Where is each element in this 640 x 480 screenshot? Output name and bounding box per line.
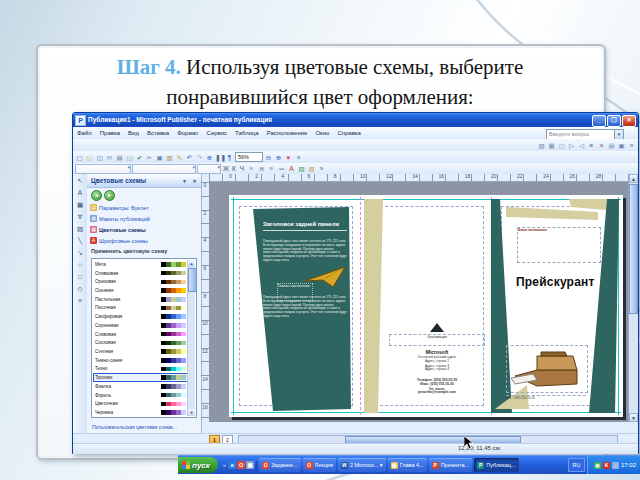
menu-item[interactable]: Расположение bbox=[263, 130, 312, 136]
toolbar-icon[interactable]: ▤ bbox=[607, 141, 616, 150]
toolbar-icon[interactable]: ↶ bbox=[185, 153, 194, 162]
menu-item[interactable]: Таблица bbox=[231, 130, 263, 136]
taskpane-link[interactable]: ▩ Цветовые схемы bbox=[90, 224, 198, 235]
object-tool-icon[interactable]: ▦ bbox=[75, 200, 86, 210]
scroll-down-icon[interactable]: ▼ bbox=[188, 409, 195, 416]
toolbar-icon[interactable]: ✕ bbox=[597, 141, 606, 150]
toolbar-icon[interactable]: ≡ bbox=[247, 164, 256, 173]
taskpane-link[interactable]: ▦ Макеты публикаций bbox=[90, 213, 198, 224]
toolbar-icon[interactable]: ❚❚ bbox=[215, 153, 224, 162]
taskpane-link[interactable]: А Шрифтовые схемы bbox=[90, 235, 198, 246]
object-tool-icon[interactable]: A bbox=[75, 188, 86, 198]
scrollbar-thumb[interactable] bbox=[188, 268, 197, 292]
start-button[interactable]: пуск bbox=[178, 457, 218, 473]
toolbar-icon[interactable]: ⊕ bbox=[274, 153, 283, 162]
color-scheme-row[interactable]: Цветочная bbox=[93, 400, 188, 409]
maximize-button[interactable]: ❐ bbox=[607, 115, 621, 127]
color-scheme-row[interactable]: Песочная bbox=[93, 304, 188, 313]
scroll-up-icon[interactable]: ▲ bbox=[188, 260, 195, 267]
color-scheme-row[interactable]: Мята bbox=[93, 260, 188, 269]
close-button[interactable]: ✕ bbox=[622, 115, 636, 127]
object-tool-icon[interactable]: ▨ bbox=[75, 224, 86, 234]
toolbar-icon[interactable]: ⊖ bbox=[264, 153, 273, 162]
toolbar-icon[interactable]: ▨ bbox=[297, 164, 306, 173]
color-scheme-row[interactable]: Пастельная bbox=[93, 295, 188, 304]
overflow-chevron-icon[interactable]: » bbox=[222, 462, 227, 468]
phone-block[interactable]: Телефон: (555) 555-55-55Факс: (555) 555-… bbox=[389, 378, 485, 396]
color-scheme-row[interactable]: Черника bbox=[93, 408, 188, 416]
taskbar-button[interactable]: W 2 Microso... ▾ bbox=[338, 458, 386, 472]
toolbar-icon[interactable]: ▧ bbox=[307, 164, 316, 173]
quick-launch-icon[interactable]: e bbox=[228, 461, 236, 469]
front-tel-box[interactable]: Тел.: (555) 555-55-55 bbox=[506, 395, 586, 408]
color-scheme-row[interactable]: Фиалка bbox=[93, 382, 188, 391]
chevron-down-icon[interactable]: ▾ bbox=[614, 130, 623, 139]
menu-item[interactable]: Сервис bbox=[203, 130, 232, 136]
toolbar-icon[interactable]: ≡ bbox=[267, 164, 276, 173]
taskbar-button[interactable]: P Презента... bbox=[429, 458, 473, 472]
taskbar-button[interactable]: O Лекция bbox=[303, 458, 336, 472]
font-size-combobox[interactable] bbox=[197, 164, 221, 174]
toolbar-icon[interactable]: ◲ bbox=[125, 153, 134, 162]
toolbar-icon[interactable]: ⊕ bbox=[205, 153, 214, 162]
paper-airplane-image[interactable] bbox=[305, 267, 347, 289]
toolbar-icon[interactable]: » bbox=[294, 153, 303, 162]
color-scheme-row[interactable]: Сапфировая bbox=[93, 312, 188, 321]
object-tool-icon[interactable]: □ bbox=[75, 272, 86, 282]
front-panel-title[interactable]: Прейскурант bbox=[516, 275, 612, 289]
toolbar-icon[interactable]: ↷ bbox=[195, 153, 204, 162]
taskbar-button[interactable]: O Задание... bbox=[259, 458, 300, 472]
object-tool-icon[interactable]: ↖ bbox=[75, 176, 86, 186]
window-titlebar[interactable]: P Публикация1 - Microsoft Publisher - пе… bbox=[73, 113, 638, 127]
tray-icon[interactable]: ◍ bbox=[594, 462, 601, 469]
color-scheme-row[interactable]: Степная bbox=[93, 347, 188, 356]
toolbar-icon[interactable]: ◱ bbox=[85, 153, 94, 162]
menu-item[interactable]: Окно bbox=[311, 130, 333, 136]
toolbar-icon[interactable]: » bbox=[317, 164, 326, 173]
vertical-scrollbar[interactable]: ▲ ▼ bbox=[628, 174, 638, 422]
menu-item[interactable]: Вставка bbox=[143, 130, 173, 136]
menu-item[interactable]: Правка bbox=[96, 130, 124, 136]
scroll-down-icon[interactable]: ▼ bbox=[629, 413, 638, 422]
custom-scheme-link[interactable]: Пользовательская цветовая схема... bbox=[92, 424, 177, 430]
toolbar-icon[interactable]: ✂ bbox=[145, 153, 154, 162]
menu-item[interactable]: Файл bbox=[73, 130, 96, 136]
font-combobox[interactable] bbox=[132, 164, 196, 174]
close-icon[interactable]: ✕ bbox=[190, 177, 199, 185]
taskbar-button[interactable]: ▣ Глава 4... bbox=[388, 458, 427, 472]
taskpane-link[interactable]: ▤ Параметры: Буклет bbox=[90, 202, 198, 213]
minimize-button[interactable]: _ bbox=[592, 115, 606, 127]
scroll-up-icon[interactable]: ▲ bbox=[629, 174, 638, 183]
font-style-button[interactable]: Ж bbox=[222, 165, 230, 172]
toolbar-icon[interactable]: ▷ bbox=[567, 141, 576, 150]
style-combobox[interactable] bbox=[75, 164, 131, 174]
menu-item[interactable]: Вид bbox=[124, 130, 143, 136]
toolbar-icon[interactable]: ♥ bbox=[284, 153, 293, 162]
color-scheme-row[interactable]: Сливовая bbox=[93, 330, 188, 339]
brochure-page[interactable]: Заголовок задней панели Помещаемый здесь… bbox=[229, 195, 623, 417]
menu-item[interactable]: Формат bbox=[173, 130, 202, 136]
language-indicator[interactable]: RU bbox=[568, 458, 585, 472]
organization-name-box[interactable]: Организация bbox=[389, 334, 485, 346]
horizontal-ruler[interactable]: 0246810121416182022242628 bbox=[209, 174, 629, 182]
toolbar-icon[interactable]: ≡ bbox=[587, 141, 596, 150]
toolbar-icon[interactable]: ✔ bbox=[135, 153, 144, 162]
color-scheme-row[interactable]: Сиреневая bbox=[93, 321, 188, 330]
toolbar-icon[interactable]: A bbox=[287, 164, 296, 173]
toolbar-icon[interactable]: ▧ bbox=[537, 141, 546, 150]
toolbar-icon[interactable]: ▣ bbox=[155, 153, 164, 162]
toolbar-icon[interactable]: ✉ bbox=[105, 153, 114, 162]
back-panel-title[interactable]: Заголовок задней панели bbox=[263, 221, 347, 231]
quick-launch-icon[interactable]: O bbox=[237, 461, 245, 469]
color-scheme-row[interactable]: Ореховая bbox=[93, 277, 188, 286]
printer-image-box[interactable] bbox=[506, 345, 588, 393]
object-tool-icon[interactable]: ○ bbox=[75, 260, 86, 270]
back-panel-text-2[interactable]: Помещаемый здесь текст может состоять из… bbox=[263, 295, 347, 391]
back-button[interactable]: ◄ bbox=[91, 190, 102, 201]
toolbar-icon[interactable]: ▥ bbox=[165, 153, 174, 162]
taskpane-header[interactable]: Цветовые схемы ▼ ✕ bbox=[87, 174, 201, 188]
font-style-button[interactable]: К bbox=[230, 165, 238, 172]
menu-item[interactable]: Справка bbox=[333, 130, 365, 136]
object-tool-icon[interactable]: ↘ bbox=[75, 248, 86, 258]
motto-box[interactable]: Девиз организации bbox=[517, 227, 601, 263]
